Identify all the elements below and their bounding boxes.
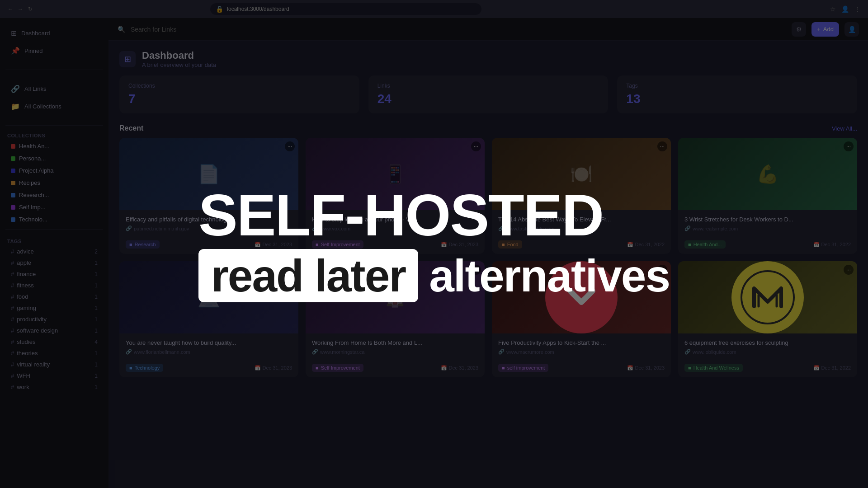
overlay: SELF-HOSTED read later alternatives (0, 0, 868, 488)
overlay-text: SELF-HOSTED read later alternatives (171, 177, 697, 311)
overlay-line1: SELF-HOSTED (198, 186, 670, 244)
overlay-plain-text: alternatives (429, 251, 670, 300)
overlay-boxed-text: read later (198, 249, 418, 302)
overlay-line2: read later alternatives (198, 249, 670, 302)
